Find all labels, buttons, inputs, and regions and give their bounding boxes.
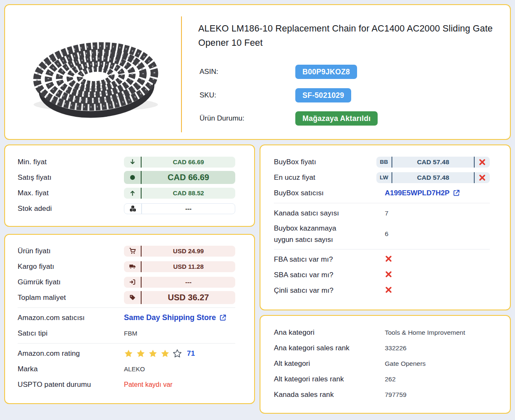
amazon-seller-label: Amazon.com satıcısı bbox=[18, 314, 124, 322]
customs-price-label: Gümrük fiyatı bbox=[18, 278, 124, 286]
stock-label: Stok adedi bbox=[18, 205, 124, 213]
sale-price-label: Satış fiyatı bbox=[18, 173, 124, 182]
product-price-row: Ürün fiyatı USD 24.99 bbox=[18, 243, 235, 259]
max-price-label: Max. fiyat bbox=[18, 189, 124, 197]
brand-label: Marka bbox=[18, 365, 124, 373]
product-price-pill: USD 24.99 bbox=[124, 246, 235, 257]
shipping-price-row: Kargo fiyatı USD 11.28 bbox=[18, 259, 235, 274]
fba-seller-row: FBA satıcı var mı? bbox=[274, 252, 490, 267]
main-category-row: Ana kategori Tools & Home Improvement bbox=[274, 325, 490, 340]
buybox-price-row: BuyBox fiyatı BB CAD 57.48 bbox=[274, 154, 490, 170]
eligible-sellers-row: Buybox kazanmaya uygun satıcı sayısı 6 bbox=[274, 221, 490, 247]
sub-category-rank-label: Alt kategori rales rank bbox=[274, 375, 376, 383]
x-icon bbox=[376, 286, 490, 295]
canada-rank-row: Kanada sales rank 797759 bbox=[274, 387, 490, 402]
min-price-label: Min. fiyat bbox=[18, 158, 124, 166]
canada-sellers-row: Kanada satıcı sayısı 7 bbox=[274, 205, 490, 221]
tag-icon bbox=[124, 294, 141, 301]
status-label: Ürün Durumu: bbox=[200, 114, 295, 123]
divider bbox=[274, 203, 490, 203]
eligible-sellers-label: Buybox kazanmaya uygun satıcı sayısı bbox=[274, 223, 376, 245]
cart-icon bbox=[124, 247, 141, 255]
main-category-rank-value: 332226 bbox=[376, 344, 490, 352]
product-price-label: Ürün fiyatı bbox=[18, 247, 124, 255]
max-price-row: Max. fiyat CAD 88.52 bbox=[18, 185, 235, 201]
brand-row: Marka ALEKO bbox=[18, 361, 235, 377]
sba-seller-row: SBA satıcı var mı? bbox=[274, 267, 490, 283]
seller-type-row: Satıcı tipi FBM bbox=[18, 326, 235, 341]
divider bbox=[18, 343, 235, 344]
total-cost-pill: USD 36.27 bbox=[124, 291, 235, 304]
lowest-price-label: En ucuz fiyat bbox=[274, 173, 376, 182]
status-row: Ürün Durumu: Mağazaya Aktarıldı bbox=[200, 111, 378, 126]
buybox-seller-label: BuyBox satıcısı bbox=[274, 189, 376, 197]
external-link-icon bbox=[219, 314, 227, 322]
main-category-rank-row: Ana kategori sales rank 332226 bbox=[274, 340, 490, 356]
product-title: ALEKO LM186-10 Replacement Chain for AC1… bbox=[198, 21, 494, 50]
rating-label: Amazon.com rating bbox=[18, 349, 124, 358]
eligible-sellers-value: 6 bbox=[376, 230, 490, 238]
arrow-up-icon bbox=[124, 189, 141, 197]
sku-row: SKU: SF-5021029 bbox=[200, 88, 351, 102]
rating-count-link[interactable]: 71 bbox=[187, 349, 195, 358]
product-dashboard: ALEKO LM186-10 Replacement Chain for AC1… bbox=[0, 0, 515, 420]
canada-rank-label: Kanada sales rank bbox=[274, 391, 376, 399]
fba-seller-label: FBA satıcı var mı? bbox=[274, 255, 376, 264]
min-price-row: Min. fiyat CAD 66.69 bbox=[18, 154, 235, 170]
cost-card: Ürün fiyatı USD 24.99 Kargo fiyatı USD 1… bbox=[4, 234, 255, 404]
min-price-pill: CAD 66.69 bbox=[124, 157, 235, 168]
patent-label: USPTO patent durumu bbox=[18, 381, 124, 389]
external-link-icon bbox=[452, 189, 460, 197]
star-icon bbox=[173, 349, 182, 358]
sku-badge: SF-5021029 bbox=[295, 88, 351, 102]
buybox-seller-link[interactable]: A199E5WPLD7H2P bbox=[385, 189, 460, 197]
truck-icon bbox=[124, 263, 141, 270]
asin-row: ASIN: B00P9JKOZ8 bbox=[200, 65, 357, 79]
stock-row: Stok adedi --- bbox=[18, 201, 235, 216]
sub-category-value: Gate Openers bbox=[376, 360, 490, 368]
total-cost-row: Toplam maliyet USD 36.27 bbox=[18, 290, 235, 305]
main-category-rank-label: Ana kategori sales rank bbox=[274, 344, 376, 352]
customs-price-pill: --- bbox=[124, 277, 235, 288]
buybox-price-label: BuyBox fiyatı bbox=[274, 158, 376, 166]
star-icon bbox=[148, 349, 158, 358]
arrow-down-icon bbox=[124, 158, 141, 165]
sub-category-rank-row: Alt kategori rales rank 262 bbox=[274, 371, 490, 387]
vertical-divider bbox=[181, 16, 182, 132]
chinese-seller-label: Çinli satıcı var mı? bbox=[274, 286, 376, 295]
product-header-card: ALEKO LM186-10 Replacement Chain for AC1… bbox=[4, 4, 511, 140]
store-price-card: Min. fiyat CAD 66.69 Satış fiyatı CAD 66… bbox=[4, 144, 255, 227]
sale-price-row: Satış fiyatı CAD 66.69 bbox=[18, 170, 235, 185]
amazon-seller-row: Amazon.com satıcısı Same Day Shipping St… bbox=[18, 310, 235, 326]
x-icon bbox=[376, 270, 490, 280]
stock-pill: --- bbox=[124, 203, 235, 214]
buybox-price-pill: BB CAD 57.48 bbox=[376, 157, 490, 168]
star-rating bbox=[124, 349, 182, 358]
amazon-seller-link[interactable]: Same Day Shipping Store bbox=[124, 313, 227, 322]
x-icon bbox=[475, 158, 490, 166]
sub-category-rank-value: 262 bbox=[376, 375, 490, 383]
shipping-price-label: Kargo fiyatı bbox=[18, 262, 124, 271]
sale-price-pill: CAD 66.69 bbox=[124, 171, 235, 184]
star-icon bbox=[136, 349, 145, 358]
sub-category-row: Alt kategori Gate Openers bbox=[274, 356, 490, 371]
seller-type-value: FBM bbox=[124, 330, 137, 337]
patent-status: Patent kaydı var bbox=[124, 381, 173, 388]
status-badge: Mağazaya Aktarıldı bbox=[295, 111, 378, 126]
lowest-price-pill: LW CAD 57.48 bbox=[376, 172, 490, 183]
chinese-seller-row: Çinli satıcı var mı? bbox=[274, 283, 490, 298]
main-category-value: Tools & Home Improvement bbox=[376, 329, 490, 336]
x-icon bbox=[376, 255, 490, 264]
divider bbox=[274, 249, 490, 249]
divider bbox=[18, 307, 235, 308]
buybox-card: BuyBox fiyatı BB CAD 57.48 En ucuz fiyat… bbox=[260, 144, 511, 310]
customs-price-row: Gümrük fiyatı --- bbox=[18, 274, 235, 290]
main-category-label: Ana kategori bbox=[274, 328, 376, 337]
canada-sellers-label: Kanada satıcı sayısı bbox=[274, 209, 376, 218]
asin-badge: B00P9JKOZ8 bbox=[295, 65, 357, 79]
x-icon bbox=[475, 174, 490, 181]
product-image bbox=[25, 27, 166, 119]
seller-type-label: Satıcı tipi bbox=[18, 329, 124, 338]
category-card: Ana kategori Tools & Home Improvement An… bbox=[260, 315, 511, 414]
max-price-pill: CAD 88.52 bbox=[124, 188, 235, 199]
